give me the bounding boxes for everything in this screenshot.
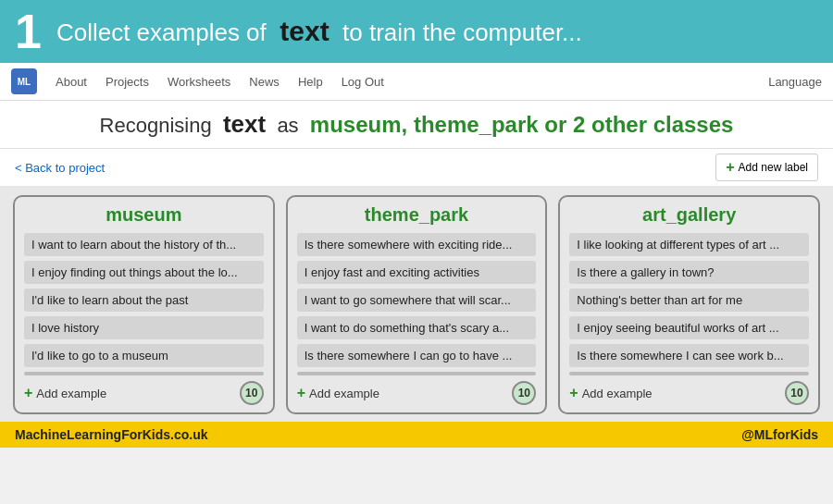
- plus-icon: +: [297, 385, 305, 401]
- footer-right: @MLforKids: [741, 427, 818, 442]
- nav-news[interactable]: News: [249, 75, 280, 89]
- list-item: Is there somewhere I can go to have ...: [297, 344, 537, 367]
- back-link[interactable]: < Back to project: [15, 161, 105, 175]
- nav-bar: ML About Projects Worksheets News Help L…: [0, 63, 833, 101]
- sub-middle: as: [277, 114, 298, 137]
- list-item: I'd like to go to a museum: [24, 344, 264, 367]
- art-gallery-count-badge: 10: [785, 381, 809, 405]
- add-example-button-theme-park[interactable]: + Add example: [297, 383, 379, 403]
- theme-park-title: theme_park: [297, 204, 537, 226]
- list-item: Is there somewhere with exciting ride...: [297, 233, 537, 256]
- add-new-label-button[interactable]: + Add new label: [715, 154, 818, 181]
- sub-prefix: Recognising: [100, 114, 212, 137]
- add-label-text: Add new label: [739, 161, 808, 174]
- plus-icon: +: [726, 159, 734, 176]
- art-gallery-footer: + Add example 10: [569, 381, 809, 405]
- art-gallery-title: art_gallery: [569, 204, 809, 226]
- add-example-button-museum[interactable]: + Add example: [24, 383, 106, 403]
- scrollbar[interactable]: [569, 372, 809, 375]
- scrollbar[interactable]: [24, 372, 264, 375]
- museum-count-badge: 10: [240, 381, 264, 405]
- nav-about[interactable]: About: [56, 75, 87, 89]
- header-text: Collect examples of text to train the co…: [56, 16, 582, 47]
- nav-projects[interactable]: Projects: [106, 75, 149, 89]
- list-item: I enjoy fast and exciting activities: [297, 261, 537, 284]
- plus-icon: +: [24, 385, 32, 401]
- list-item: I want to do something that's scary a...: [297, 316, 537, 339]
- nav-logo: ML: [11, 68, 37, 94]
- add-example-label: Add example: [309, 387, 379, 400]
- scrollbar[interactable]: [297, 372, 537, 375]
- theme-park-count-badge: 10: [512, 381, 536, 405]
- theme-park-column: theme_park Is there somewhere with excit…: [286, 195, 548, 414]
- header-bar: 1 Collect examples of text to train the …: [0, 0, 833, 63]
- header-bold-word: text: [280, 16, 329, 46]
- list-item: I like looking at different types of art…: [569, 233, 809, 256]
- main-content: museum I want to learn about the history…: [0, 186, 833, 422]
- museum-column: museum I want to learn about the history…: [13, 195, 275, 414]
- footer-left: MachineLearningForKids.co.uk: [15, 427, 207, 442]
- list-item: Is there somewhere I can see work b...: [569, 344, 809, 367]
- header-prefix: Collect examples of: [56, 18, 267, 46]
- list-item: I love history: [24, 316, 264, 339]
- sub-word: text: [223, 110, 266, 138]
- nav-help[interactable]: Help: [298, 75, 323, 89]
- list-item: Is there a gallery in town?: [569, 261, 809, 284]
- list-item: Nothing's better than art for me: [569, 289, 809, 312]
- list-item: I want to learn about the history of th.…: [24, 233, 264, 256]
- nav-logout[interactable]: Log Out: [342, 75, 384, 89]
- list-item: I'd like to learn about the past: [24, 289, 264, 312]
- add-example-label: Add example: [36, 387, 106, 400]
- page-footer: MachineLearningForKids.co.uk @MLforKids: [0, 422, 833, 448]
- list-item: I enjoy seeing beautiful works of art ..…: [569, 316, 809, 339]
- art-gallery-column: art_gallery I like looking at different …: [558, 195, 820, 414]
- nav-worksheets[interactable]: Worksheets: [168, 75, 230, 89]
- museum-title: museum: [24, 204, 264, 226]
- add-example-label: Add example: [582, 387, 653, 400]
- sub-classes: museum, theme_park or 2 other classes: [310, 112, 734, 137]
- header-suffix: to train the computer...: [342, 18, 582, 46]
- list-item: I enjoy finding out things about the lo.…: [24, 261, 264, 284]
- list-item: I want to go somewhere that will scar...: [297, 289, 537, 312]
- museum-footer: + Add example 10: [24, 381, 264, 405]
- step-number: 1: [15, 7, 42, 55]
- plus-icon: +: [569, 385, 578, 401]
- sub-header: Recognising text as museum, theme_park o…: [0, 101, 833, 149]
- add-example-button-art-gallery[interactable]: + Add example: [569, 383, 652, 403]
- language-label: Language: [768, 75, 822, 89]
- theme-park-footer: + Add example 10: [297, 381, 537, 405]
